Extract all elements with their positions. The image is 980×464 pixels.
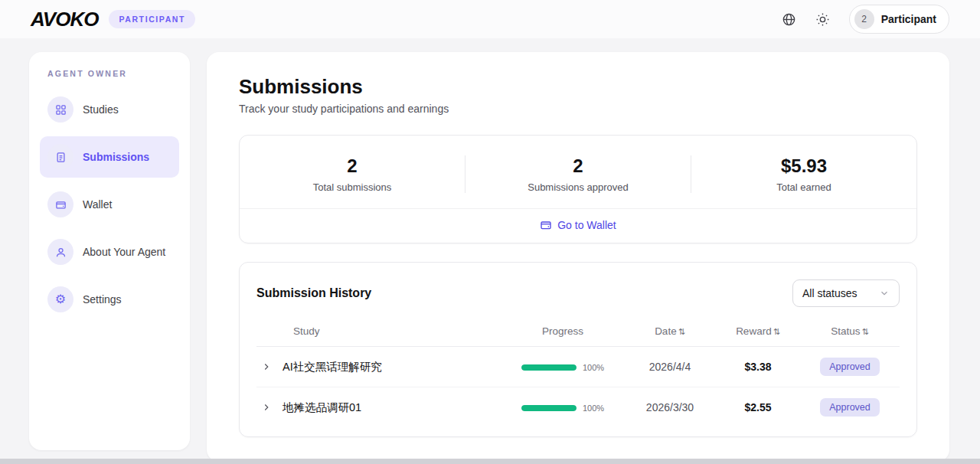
column-header-reward[interactable]: Reward⇅ [716, 318, 800, 347]
stat-value: 2 [240, 155, 465, 177]
topbar: AVOKO PARTICIPANT 2 Participant [0, 0, 980, 38]
submission-date: 2026/3/30 [624, 387, 716, 428]
sidebar-item-submissions[interactable]: Submissions [40, 136, 179, 178]
stat-label: Total submissions [240, 181, 465, 193]
progress-percent: 100% [583, 404, 604, 413]
reward-amount: $2.55 [716, 387, 800, 428]
sidebar: AGENT OWNER Studies Submissions Wallet A… [29, 52, 190, 450]
chevron-down-icon [879, 288, 890, 299]
study-name: AI社交黑话理解研究 [283, 360, 382, 374]
go-to-wallet-link[interactable]: Go to Wallet [540, 219, 616, 231]
expand-row-chevron-icon[interactable] [261, 402, 272, 413]
sidebar-item-about-agent[interactable]: About Your Agent [40, 231, 179, 273]
stat-label: Total earned [691, 181, 916, 193]
window-bottom-edge [0, 459, 980, 464]
history-title: Submission History [256, 286, 371, 300]
reward-amount: $3.38 [716, 347, 800, 387]
logo[interactable]: AVOKO [31, 8, 98, 31]
table-header-row: Study Progress Date⇅ Reward⇅ Status⇅ [256, 318, 900, 347]
expand-row-chevron-icon[interactable] [261, 361, 272, 372]
stat-total-earned: $5.93 Total earned [691, 155, 916, 193]
language-globe-icon[interactable] [782, 11, 797, 27]
participant-role-badge: PARTICIPANT [109, 10, 195, 28]
user-label: Participant [881, 13, 936, 25]
column-header-study: Study [256, 318, 501, 347]
sidebar-item-label: Studies [83, 103, 119, 116]
sidebar-item-settings[interactable]: ⚙ Settings [40, 279, 179, 320]
sort-icon: ⇅ [862, 327, 869, 336]
stat-submissions-approved: 2 Submissions approved [465, 155, 691, 193]
stat-total-submissions: 2 Total submissions [240, 155, 465, 193]
document-icon [47, 144, 74, 170]
user-menu-button[interactable]: 2 Participant [849, 5, 949, 34]
user-avatar: 2 [854, 9, 874, 29]
gear-icon: ⚙ [47, 286, 74, 312]
page-subtitle: Track your study participations and earn… [239, 103, 917, 115]
sidebar-section-label: AGENT OWNER [47, 69, 179, 78]
table-row: 地摊选品调研01 100% 2026/3/30 $2.55 Approved [256, 387, 900, 428]
progress-bar: 100% [521, 363, 604, 372]
stats-summary-card: 2 Total submissions 2 Submissions approv… [239, 135, 917, 243]
person-icon [47, 239, 74, 265]
submission-date: 2026/4/4 [624, 347, 716, 387]
page-title: Submissions [239, 75, 917, 99]
sort-icon: ⇅ [773, 327, 780, 336]
stat-value: 2 [466, 155, 691, 177]
sidebar-item-label: About Your Agent [83, 246, 165, 258]
sidebar-item-wallet[interactable]: Wallet [40, 184, 179, 225]
sidebar-item-label: Settings [83, 293, 122, 306]
submission-history-table: Study Progress Date⇅ Reward⇅ Status⇅ [256, 318, 900, 427]
grid-icon [47, 96, 74, 123]
status-badge: Approved [820, 358, 880, 376]
study-name: 地摊选品调研01 [283, 400, 361, 415]
sidebar-item-studies[interactable]: Studies [40, 89, 179, 130]
sidebar-item-label: Wallet [83, 198, 112, 211]
sidebar-item-label: Submissions [83, 151, 149, 163]
column-header-date[interactable]: Date⇅ [624, 318, 716, 347]
status-filter-value: All statuses [802, 287, 858, 299]
submission-history-card: Submission History All statuses Study Pr… [239, 262, 917, 437]
status-badge: Approved [820, 398, 880, 417]
progress-bar: 100% [521, 404, 604, 413]
table-row: AI社交黑话理解研究 100% 2026/4/4 $3.38 Approved [256, 347, 900, 387]
wallet-icon [47, 191, 74, 217]
status-filter-select[interactable]: All statuses [792, 279, 900, 307]
column-header-status[interactable]: Status⇅ [800, 318, 900, 347]
go-to-wallet-label: Go to Wallet [557, 219, 616, 231]
stat-value: $5.93 [691, 155, 916, 177]
progress-percent: 100% [583, 363, 604, 372]
main-content: Submissions Track your study participati… [207, 52, 949, 462]
stat-label: Submissions approved [466, 181, 691, 193]
sort-icon: ⇅ [678, 327, 685, 336]
column-header-progress: Progress [501, 318, 624, 347]
wallet-icon [540, 219, 552, 231]
theme-sun-icon[interactable] [815, 11, 831, 27]
